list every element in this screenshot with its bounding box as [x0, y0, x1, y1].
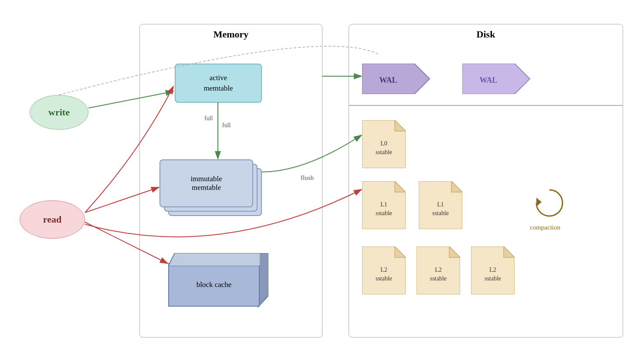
memory-panel: Memory activememtable immutablememtable … — [139, 24, 322, 338]
active-memtable-box: activememtable — [175, 64, 262, 103]
svg-marker-7 — [395, 120, 406, 131]
read-label: read — [43, 214, 61, 225]
full-label: full — [204, 115, 213, 122]
l1-sstable2-shape: L1 sstable — [419, 181, 462, 229]
l2-sstable2-shape: L2 sstable — [417, 247, 460, 294]
block-cache-front: block cache — [168, 263, 260, 307]
wal1-shape: WAL — [362, 64, 432, 94]
diagram-container: Memory activememtable immutablememtable … — [0, 0, 644, 358]
compaction-label: compaction — [530, 224, 560, 231]
svg-text:sstable: sstable — [376, 149, 392, 155]
svg-marker-23 — [449, 247, 460, 257]
immutable-memtable-label: immutablememtable — [190, 175, 222, 192]
flush-label: flush — [301, 174, 314, 182]
compaction-circle — [532, 186, 567, 220]
svg-text:sstable: sstable — [430, 275, 447, 282]
svg-text:L1: L1 — [437, 201, 444, 208]
svg-marker-19 — [395, 247, 406, 257]
memory-panel-title: Memory — [140, 24, 322, 40]
block-cache-top — [168, 253, 260, 266]
l0-sstable-shape: L0 sstable — [362, 120, 406, 168]
svg-text:L0: L0 — [380, 140, 387, 147]
l1-sstable1-shape: L1 sstable — [362, 181, 406, 229]
wal2-shape: WAL — [462, 64, 532, 94]
svg-text:WAL: WAL — [379, 76, 397, 84]
l2-sstable1-shape: L2 sstable — [362, 247, 406, 294]
svg-text:L2: L2 — [489, 267, 496, 273]
svg-text:sstable: sstable — [432, 210, 449, 216]
svg-text:L2: L2 — [380, 267, 387, 273]
read-ellipse: read — [20, 200, 85, 239]
svg-marker-0 — [168, 253, 260, 266]
block-cache-label: block cache — [197, 280, 232, 289]
svg-marker-27 — [504, 247, 515, 257]
immutable-memtable-box: immutablememtable — [159, 159, 253, 207]
wal-separator — [349, 105, 623, 106]
full-text-label: full — [222, 122, 230, 129]
disk-panel: Disk WAL WAL L0 sstable L1 sstable — [349, 24, 623, 338]
svg-marker-11 — [395, 181, 406, 192]
svg-text:sstable: sstable — [376, 275, 392, 282]
svg-text:L1: L1 — [380, 201, 387, 208]
svg-marker-15 — [451, 181, 462, 192]
svg-text:sstable: sstable — [485, 275, 501, 282]
svg-marker-30 — [536, 198, 542, 206]
disk-panel-title: Disk — [349, 24, 623, 40]
svg-text:WAL: WAL — [479, 76, 497, 84]
svg-text:sstable: sstable — [376, 210, 392, 216]
write-label: write — [48, 107, 70, 118]
svg-text:L2: L2 — [435, 267, 442, 273]
active-memtable-label: activememtable — [203, 73, 233, 94]
write-ellipse: write — [30, 95, 88, 130]
l2-sstable3-shape: L2 sstable — [471, 247, 515, 294]
